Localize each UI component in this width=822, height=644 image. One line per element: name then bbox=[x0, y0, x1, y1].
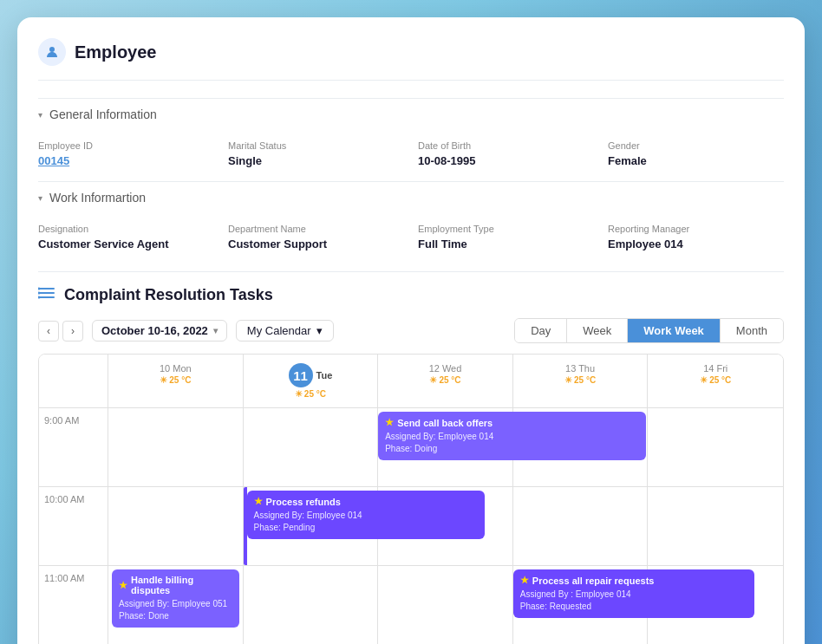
general-info-chevron: ▾ bbox=[38, 110, 42, 120]
weather-tue: ☀ 25 °C bbox=[251, 389, 371, 399]
cell-tue-10am[interactable]: ★ Process refunds Assigned By: Employee … bbox=[244, 487, 379, 565]
cell-fri-9am[interactable] bbox=[648, 408, 783, 486]
event-process-refunds-phase: Phase: Pending bbox=[254, 522, 478, 534]
calendar-date-range[interactable]: October 10-16, 2022 ▾ bbox=[92, 320, 227, 342]
cell-tue-11am[interactable] bbox=[244, 566, 379, 644]
event-handle-billing-phase: Phase: Done bbox=[119, 610, 232, 622]
calendar-header-row: 10 Mon ☀ 25 °C 11 Tue ☀ 25 °C bbox=[39, 355, 783, 408]
complaint-icon bbox=[38, 284, 55, 306]
calendar-next-button[interactable]: › bbox=[62, 321, 83, 342]
event-send-call-back-phase: Phase: Doing bbox=[385, 443, 639, 455]
general-info-header[interactable]: ▾ General Information bbox=[38, 98, 784, 130]
view-tabs: Day Week Work Week Month bbox=[514, 318, 784, 343]
work-info-label: Work Informartion bbox=[49, 191, 146, 205]
tab-day[interactable]: Day bbox=[515, 319, 567, 342]
cell-thu-11am[interactable]: ★ Process all repair requests Assigned B… bbox=[513, 566, 649, 644]
department-value: Customer Support bbox=[228, 237, 404, 250]
calendar-selector[interactable]: My Calendar ▾ bbox=[236, 320, 334, 342]
employee-id-value[interactable]: 00145 bbox=[38, 154, 214, 167]
work-info-chevron: ▾ bbox=[38, 193, 42, 203]
temp-tue: 25 °C bbox=[304, 389, 326, 399]
sun-icon-thu: ☀ bbox=[564, 375, 572, 385]
svg-rect-1 bbox=[39, 288, 55, 289]
cell-tue-9am[interactable] bbox=[244, 408, 379, 486]
department-label: Department Name bbox=[228, 224, 404, 234]
employment-type-value: Full Time bbox=[418, 237, 594, 250]
star-icon-process-refunds: ★ bbox=[254, 496, 263, 507]
cell-mon-11am[interactable]: ★ Handle billing disputes Assigned By: E… bbox=[108, 566, 244, 644]
field-employment-type: Employment Type Full Time bbox=[418, 224, 594, 250]
event-process-repair-assigned: Assigned By : Employee 014 bbox=[520, 589, 747, 601]
event-handle-billing[interactable]: ★ Handle billing disputes Assigned By: E… bbox=[112, 569, 239, 628]
tab-week[interactable]: Week bbox=[567, 319, 628, 342]
event-process-repair-title: ★ Process all repair requests bbox=[520, 575, 747, 586]
star-icon-process-repair: ★ bbox=[520, 575, 529, 586]
event-send-call-back-title: ★ Send call back offers bbox=[385, 417, 639, 428]
main-card: Employee ▾ General Information Employee … bbox=[17, 17, 805, 644]
work-info-section: ▾ Work Informartion Designation Customer… bbox=[38, 181, 784, 264]
page-title: Employee bbox=[75, 42, 156, 62]
day-name-wed: 12 Wed bbox=[385, 363, 506, 374]
event-send-call-back-assigned: Assigned By: Employee 014 bbox=[385, 431, 639, 443]
calendar-toolbar: ‹ › October 10-16, 2022 ▾ My Calendar ▾ … bbox=[38, 318, 784, 343]
calendar-date-chevron: ▾ bbox=[213, 326, 218, 335]
marital-status-value: Single bbox=[228, 154, 404, 167]
page-header: Employee bbox=[38, 38, 784, 81]
field-employee-id: Employee ID 00145 bbox=[38, 140, 214, 167]
time-row-11am: 11:00 AM ★ Handle billing disputes Assig… bbox=[39, 566, 783, 644]
gender-value: Female bbox=[608, 154, 784, 167]
calendar-selector-chevron: ▾ bbox=[316, 324, 323, 337]
event-process-repair[interactable]: ★ Process all repair requests Assigned B… bbox=[513, 569, 754, 618]
time-label-9am: 9:00 AM bbox=[39, 408, 108, 486]
time-row-10am: 10:00 AM ★ Process refunds Assigned By: … bbox=[39, 487, 783, 566]
day-header-fri: 14 Fri ☀ 25 °C bbox=[648, 355, 783, 408]
svg-rect-3 bbox=[39, 296, 55, 298]
calendar-prev-button[interactable]: ‹ bbox=[38, 321, 59, 342]
tab-month[interactable]: Month bbox=[721, 319, 783, 342]
day-header-wed: 12 Wed ☀ 25 °C bbox=[378, 355, 513, 408]
cell-wed-9am[interactable]: ★ Send call back offers Assigned By: Emp… bbox=[378, 408, 513, 486]
employment-type-label: Employment Type bbox=[418, 224, 594, 234]
event-process-repair-phase: Phase: Requested bbox=[520, 601, 747, 613]
weather-mon: ☀ 25 °C bbox=[115, 375, 236, 385]
cell-fri-10am[interactable] bbox=[648, 487, 783, 565]
time-label-11am: 11:00 AM bbox=[39, 566, 108, 644]
cell-mon-9am[interactable] bbox=[108, 408, 244, 486]
svg-point-0 bbox=[49, 47, 55, 52]
weather-wed: ☀ 25 °C bbox=[385, 375, 506, 385]
calendar-date-range-text: October 10-16, 2022 bbox=[101, 324, 208, 337]
cell-thu-10am[interactable] bbox=[513, 487, 649, 565]
general-info-fields: Employee ID 00145 Marital Status Single … bbox=[38, 130, 784, 181]
day-name-thu: 13 Thu bbox=[520, 363, 641, 374]
work-info-fields: Designation Customer Service Agent Depar… bbox=[38, 213, 784, 264]
time-label-10am: 10:00 AM bbox=[39, 487, 108, 565]
event-handle-billing-title: ★ Handle billing disputes bbox=[119, 575, 232, 595]
temp-fri: 25 °C bbox=[709, 375, 731, 385]
sun-icon-wed: ☀ bbox=[429, 375, 437, 385]
calendar-selector-text: My Calendar bbox=[247, 324, 311, 337]
gender-label: Gender bbox=[608, 140, 784, 151]
cell-mon-10am[interactable] bbox=[108, 487, 244, 565]
field-department: Department Name Customer Support bbox=[228, 224, 404, 250]
designation-value: Customer Service Agent bbox=[38, 237, 214, 250]
field-designation: Designation Customer Service Agent bbox=[38, 224, 214, 250]
field-gender: Gender Female bbox=[608, 140, 784, 167]
employee-id-label: Employee ID bbox=[38, 140, 214, 151]
svg-point-5 bbox=[38, 292, 41, 295]
tab-work-week[interactable]: Work Week bbox=[628, 319, 721, 342]
event-handle-billing-assigned: Assigned By: Employee 051 bbox=[119, 598, 232, 610]
complaint-section-header: Complaint Resolution Tasks bbox=[38, 271, 784, 306]
work-info-header[interactable]: ▾ Work Informartion bbox=[38, 181, 784, 213]
event-process-refunds-assigned: Assigned By: Employee 014 bbox=[254, 510, 478, 522]
svg-point-6 bbox=[38, 296, 41, 299]
temp-wed: 25 °C bbox=[439, 375, 460, 385]
event-process-refunds[interactable]: ★ Process refunds Assigned By: Employee … bbox=[247, 491, 485, 539]
time-col-header bbox=[39, 355, 108, 408]
complaint-title: Complaint Resolution Tasks bbox=[64, 286, 273, 304]
general-info-label: General Information bbox=[49, 107, 157, 121]
day-name-fri: 14 Fri bbox=[655, 363, 776, 374]
cell-wed-11am[interactable] bbox=[378, 566, 513, 644]
field-dob: Date of Birth 10-08-1995 bbox=[418, 140, 594, 167]
event-send-call-back[interactable]: ★ Send call back offers Assigned By: Emp… bbox=[378, 412, 646, 460]
day-num-tue: 11 bbox=[289, 363, 313, 387]
